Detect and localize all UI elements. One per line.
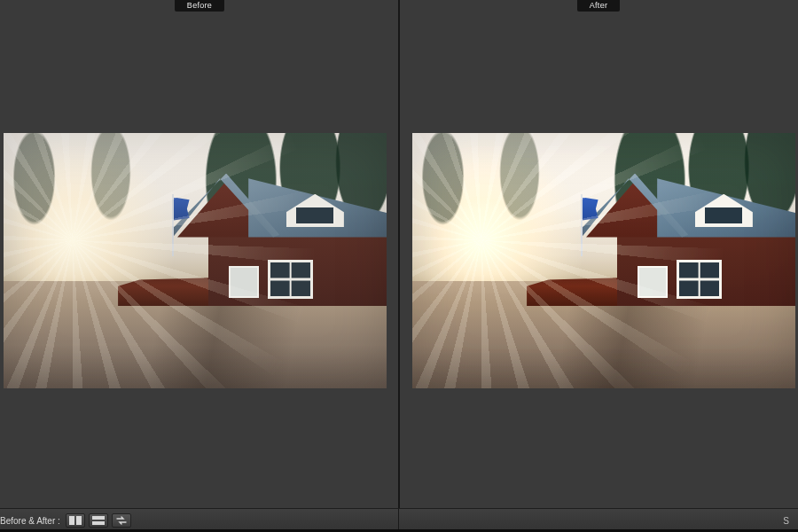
- after-pane[interactable]: [399, 12, 798, 508]
- before-after-toolbar-label: Before & After :: [0, 516, 60, 526]
- soft-proofing-indicator[interactable]: S: [783, 516, 789, 526]
- svg-rect-2: [92, 516, 105, 520]
- before-label: Before: [175, 0, 224, 12]
- before-after-button-group: [66, 513, 131, 528]
- compare-header-left: Before: [0, 0, 399, 12]
- swap-icon: [115, 516, 128, 525]
- before-image[interactable]: [4, 133, 387, 388]
- compare-header-right: After: [399, 0, 798, 12]
- after-label: After: [577, 0, 621, 12]
- before-after-swap-button[interactable]: [112, 513, 131, 528]
- after-image[interactable]: [412, 133, 795, 388]
- bottom-toolbar: Before & After :: [0, 508, 798, 532]
- side-by-side-icon: [69, 516, 82, 525]
- svg-rect-1: [76, 516, 82, 525]
- before-after-top-bottom-button[interactable]: [89, 513, 108, 528]
- top-bottom-icon: [92, 516, 105, 525]
- before-pane[interactable]: [0, 12, 399, 508]
- compare-previews: [0, 12, 798, 508]
- svg-rect-0: [69, 516, 74, 525]
- svg-rect-3: [92, 521, 105, 525]
- before-after-side-by-side-button[interactable]: [66, 513, 85, 528]
